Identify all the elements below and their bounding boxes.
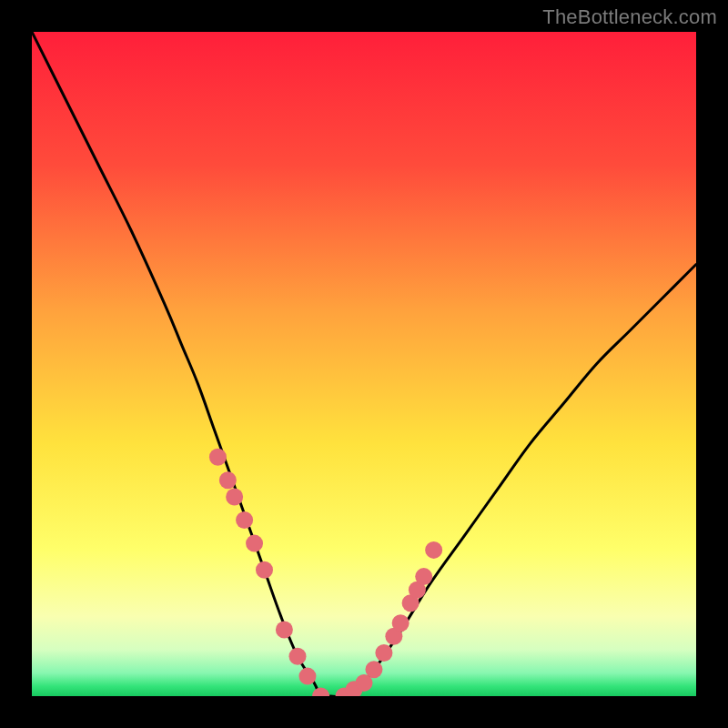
marker-dot (289, 648, 307, 665)
marker-dot (392, 614, 410, 632)
marker-dot (312, 688, 329, 705)
marker-dot (219, 471, 237, 489)
watermark-text: TheBottleneck.com (542, 5, 717, 29)
marker-dot (425, 541, 442, 559)
marker-dot (226, 489, 243, 506)
marker-dot (365, 661, 382, 678)
marker-dot (298, 668, 316, 685)
bottleneck-chart (0, 0, 728, 728)
marker-dot (276, 622, 293, 639)
marker-dot (236, 511, 253, 529)
chart-frame: TheBottleneck.com (0, 0, 728, 728)
marker-dot (246, 535, 263, 552)
marker-dot (415, 568, 432, 585)
marker-dot (256, 561, 273, 579)
marker-dot (209, 449, 227, 466)
marker-dot (375, 644, 392, 662)
